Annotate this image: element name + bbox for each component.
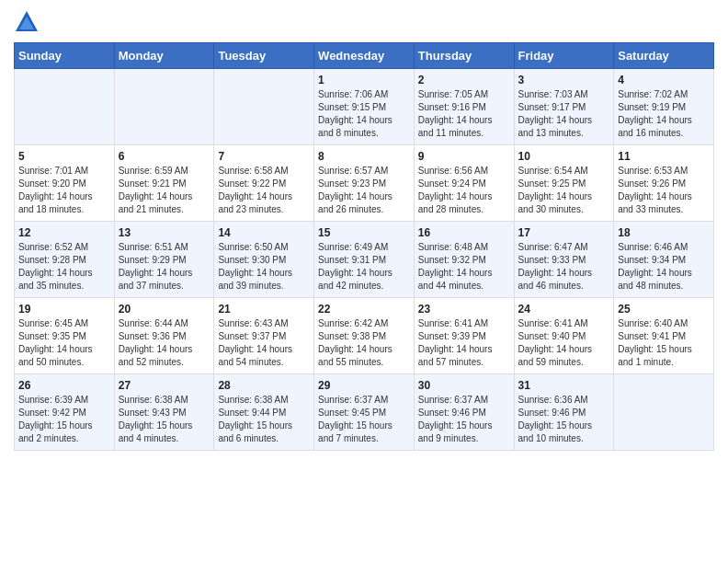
- cell-content: Sunrise: 6:57 AM Sunset: 9:23 PM Dayligh…: [318, 165, 410, 216]
- calendar-cell: 28Sunrise: 6:38 AM Sunset: 9:44 PM Dayli…: [214, 374, 314, 451]
- header-wednesday: Wednesday: [314, 43, 415, 69]
- calendar-cell: 11Sunrise: 6:53 AM Sunset: 9:26 PM Dayli…: [614, 145, 714, 222]
- day-number: 28: [218, 379, 310, 392]
- cell-content: Sunrise: 6:45 AM Sunset: 9:35 PM Dayligh…: [18, 317, 110, 369]
- cell-content: Sunrise: 6:52 AM Sunset: 9:28 PM Dayligh…: [18, 241, 110, 293]
- header-row: SundayMondayTuesdayWednesdayThursdayFrid…: [15, 43, 714, 69]
- day-number: 25: [618, 303, 710, 316]
- cell-content: Sunrise: 6:41 AM Sunset: 9:40 PM Dayligh…: [518, 317, 610, 369]
- day-number: 24: [518, 303, 610, 316]
- calendar-cell: [214, 69, 314, 145]
- cell-content: Sunrise: 6:54 AM Sunset: 9:25 PM Dayligh…: [518, 165, 610, 216]
- cell-content: Sunrise: 6:49 AM Sunset: 9:31 PM Dayligh…: [318, 241, 410, 293]
- calendar-cell: 26Sunrise: 6:39 AM Sunset: 9:42 PM Dayli…: [15, 374, 115, 451]
- day-number: 16: [418, 226, 510, 239]
- calendar-week-row: 12Sunrise: 6:52 AM Sunset: 9:28 PM Dayli…: [15, 222, 714, 298]
- day-number: 17: [518, 226, 610, 239]
- cell-content: Sunrise: 6:38 AM Sunset: 9:44 PM Dayligh…: [218, 394, 310, 445]
- calendar-week-row: 1Sunrise: 7:06 AM Sunset: 9:15 PM Daylig…: [15, 69, 714, 145]
- logo-icon: [14, 9, 40, 35]
- cell-content: Sunrise: 6:58 AM Sunset: 9:22 PM Dayligh…: [218, 165, 310, 216]
- calendar-week-row: 26Sunrise: 6:39 AM Sunset: 9:42 PM Dayli…: [15, 374, 714, 451]
- cell-content: Sunrise: 6:59 AM Sunset: 9:21 PM Dayligh…: [119, 165, 210, 216]
- cell-content: Sunrise: 6:46 AM Sunset: 9:34 PM Dayligh…: [618, 241, 710, 293]
- cell-content: Sunrise: 6:40 AM Sunset: 9:41 PM Dayligh…: [618, 317, 710, 369]
- logo: [14, 9, 43, 35]
- cell-content: Sunrise: 6:42 AM Sunset: 9:38 PM Dayligh…: [318, 317, 410, 369]
- calendar-cell: 4Sunrise: 7:02 AM Sunset: 9:19 PM Daylig…: [614, 69, 714, 145]
- calendar-cell: 14Sunrise: 6:50 AM Sunset: 9:30 PM Dayli…: [214, 222, 314, 298]
- cell-content: Sunrise: 7:06 AM Sunset: 9:15 PM Dayligh…: [318, 88, 410, 140]
- header-monday: Monday: [114, 43, 214, 69]
- cell-content: Sunrise: 6:37 AM Sunset: 9:46 PM Dayligh…: [418, 394, 510, 445]
- calendar-cell: [114, 69, 214, 145]
- cell-content: Sunrise: 7:05 AM Sunset: 9:16 PM Dayligh…: [418, 88, 510, 140]
- cell-content: Sunrise: 7:02 AM Sunset: 9:19 PM Dayligh…: [618, 88, 710, 140]
- calendar-cell: 6Sunrise: 6:59 AM Sunset: 9:21 PM Daylig…: [114, 145, 214, 222]
- cell-content: Sunrise: 6:48 AM Sunset: 9:32 PM Dayligh…: [418, 241, 510, 293]
- calendar-week-row: 19Sunrise: 6:45 AM Sunset: 9:35 PM Dayli…: [15, 298, 714, 374]
- day-number: 23: [418, 303, 510, 316]
- day-number: 22: [318, 303, 410, 316]
- calendar-cell: 13Sunrise: 6:51 AM Sunset: 9:29 PM Dayli…: [114, 222, 214, 298]
- calendar-cell: 18Sunrise: 6:46 AM Sunset: 9:34 PM Dayli…: [614, 222, 714, 298]
- calendar-cell: 9Sunrise: 6:56 AM Sunset: 9:24 PM Daylig…: [414, 145, 514, 222]
- day-number: 14: [218, 226, 310, 239]
- calendar-cell: 1Sunrise: 7:06 AM Sunset: 9:15 PM Daylig…: [314, 69, 415, 145]
- header-thursday: Thursday: [414, 43, 514, 69]
- cell-content: Sunrise: 6:39 AM Sunset: 9:42 PM Dayligh…: [18, 394, 110, 445]
- calendar-cell: 31Sunrise: 6:36 AM Sunset: 9:46 PM Dayli…: [514, 374, 614, 451]
- header-tuesday: Tuesday: [214, 43, 314, 69]
- calendar-week-row: 5Sunrise: 7:01 AM Sunset: 9:20 PM Daylig…: [15, 145, 714, 222]
- day-number: 10: [518, 150, 610, 163]
- day-number: 12: [18, 226, 110, 239]
- day-number: 31: [518, 379, 610, 392]
- calendar-cell: 25Sunrise: 6:40 AM Sunset: 9:41 PM Dayli…: [614, 298, 714, 374]
- day-number: 19: [18, 303, 110, 316]
- day-number: 1: [318, 74, 410, 86]
- cell-content: Sunrise: 6:37 AM Sunset: 9:45 PM Dayligh…: [318, 394, 410, 445]
- calendar-cell: 15Sunrise: 6:49 AM Sunset: 9:31 PM Dayli…: [314, 222, 415, 298]
- calendar-cell: 30Sunrise: 6:37 AM Sunset: 9:46 PM Dayli…: [414, 374, 514, 451]
- day-number: 3: [518, 74, 610, 86]
- day-number: 21: [218, 303, 310, 316]
- calendar-cell: 23Sunrise: 6:41 AM Sunset: 9:39 PM Dayli…: [414, 298, 514, 374]
- header-friday: Friday: [514, 43, 614, 69]
- day-number: 30: [418, 379, 510, 392]
- page: SundayMondayTuesdayWednesdayThursdayFrid…: [0, 0, 728, 563]
- cell-content: Sunrise: 6:36 AM Sunset: 9:46 PM Dayligh…: [518, 394, 610, 445]
- calendar-cell: 2Sunrise: 7:05 AM Sunset: 9:16 PM Daylig…: [414, 69, 514, 145]
- day-number: 13: [119, 226, 210, 239]
- calendar-cell: 7Sunrise: 6:58 AM Sunset: 9:22 PM Daylig…: [214, 145, 314, 222]
- day-number: 18: [618, 226, 710, 239]
- calendar-cell: 8Sunrise: 6:57 AM Sunset: 9:23 PM Daylig…: [314, 145, 415, 222]
- calendar-cell: 24Sunrise: 6:41 AM Sunset: 9:40 PM Dayli…: [514, 298, 614, 374]
- day-number: 4: [618, 74, 710, 86]
- day-number: 11: [618, 150, 710, 163]
- day-number: 26: [18, 379, 110, 392]
- day-number: 27: [119, 379, 210, 392]
- calendar-cell: 20Sunrise: 6:44 AM Sunset: 9:36 PM Dayli…: [114, 298, 214, 374]
- cell-content: Sunrise: 6:53 AM Sunset: 9:26 PM Dayligh…: [618, 165, 710, 216]
- cell-content: Sunrise: 7:03 AM Sunset: 9:17 PM Dayligh…: [518, 88, 610, 140]
- day-number: 7: [218, 150, 310, 163]
- cell-content: Sunrise: 7:01 AM Sunset: 9:20 PM Dayligh…: [18, 165, 110, 216]
- calendar-cell: 29Sunrise: 6:37 AM Sunset: 9:45 PM Dayli…: [314, 374, 415, 451]
- header-sunday: Sunday: [15, 43, 115, 69]
- cell-content: Sunrise: 6:41 AM Sunset: 9:39 PM Dayligh…: [418, 317, 510, 369]
- calendar-table: SundayMondayTuesdayWednesdayThursdayFrid…: [14, 42, 714, 451]
- day-number: 2: [418, 74, 510, 86]
- day-number: 29: [318, 379, 410, 392]
- day-number: 5: [18, 150, 110, 163]
- calendar-cell: 22Sunrise: 6:42 AM Sunset: 9:38 PM Dayli…: [314, 298, 415, 374]
- day-number: 9: [418, 150, 510, 163]
- day-number: 8: [318, 150, 410, 163]
- cell-content: Sunrise: 6:56 AM Sunset: 9:24 PM Dayligh…: [418, 165, 510, 216]
- calendar-cell: [614, 374, 714, 451]
- cell-content: Sunrise: 6:43 AM Sunset: 9:37 PM Dayligh…: [218, 317, 310, 369]
- day-number: 20: [119, 303, 210, 316]
- day-number: 15: [318, 226, 410, 239]
- header-saturday: Saturday: [614, 43, 714, 69]
- calendar-cell: 19Sunrise: 6:45 AM Sunset: 9:35 PM Dayli…: [15, 298, 115, 374]
- header: [14, 9, 714, 35]
